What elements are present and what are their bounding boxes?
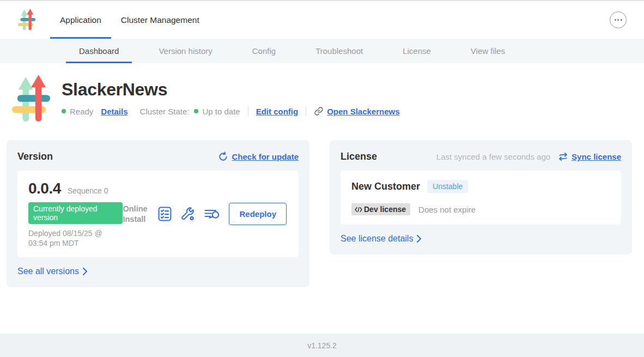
version-sequence: Sequence 0 bbox=[68, 186, 108, 195]
app-status-dot bbox=[62, 109, 66, 113]
divider bbox=[306, 106, 306, 116]
logs-search-icon bbox=[204, 208, 220, 221]
status-details-link[interactable]: Details bbox=[101, 107, 127, 116]
arrows-hash-logo-icon bbox=[11, 75, 51, 124]
channel-badge: Unstable bbox=[427, 180, 468, 193]
app-header: SlackerNews Ready Details Cluster State:… bbox=[0, 63, 644, 124]
wrench-gear-icon bbox=[181, 207, 195, 221]
view-config-button[interactable] bbox=[181, 207, 195, 221]
tab-application[interactable]: Application bbox=[50, 1, 111, 39]
app-status-text: Ready bbox=[70, 107, 93, 116]
sync-license-label: Sync license bbox=[572, 152, 621, 161]
preflight-checks-button[interactable] bbox=[158, 207, 172, 221]
cluster-state-label: Cluster State: bbox=[140, 107, 190, 116]
version-card-title: Version bbox=[17, 151, 53, 162]
license-type-badge: Dev license bbox=[351, 203, 410, 215]
edit-config-link[interactable]: Edit config bbox=[256, 107, 299, 116]
subnav-tab-license[interactable]: License bbox=[390, 39, 444, 63]
see-license-details-label: See license details bbox=[341, 234, 413, 244]
version-card: Version Check for update 0.0.4 Sequence … bbox=[7, 140, 309, 287]
preflight-checklist-icon bbox=[158, 207, 172, 221]
app-status-row: Ready Details Cluster State: Up to date … bbox=[62, 106, 400, 116]
see-all-versions-label: See all versions bbox=[17, 267, 79, 276]
license-last-synced: Last synced a few seconds ago bbox=[436, 152, 550, 161]
subnav-tab-config[interactable]: Config bbox=[239, 39, 289, 63]
chevron-right-icon bbox=[83, 268, 87, 275]
subnav-tab-version-history[interactable]: Version history bbox=[145, 39, 225, 63]
dashboard-main: SlackerNews Ready Details Cluster State:… bbox=[0, 63, 644, 334]
see-all-versions-link[interactable]: See all versions bbox=[17, 267, 87, 276]
console-version: v1.125.2 bbox=[307, 341, 337, 350]
check-for-update-label: Check for update bbox=[232, 152, 299, 161]
chain-link-icon bbox=[314, 106, 324, 116]
open-app-link[interactable]: Open Slackernews bbox=[314, 106, 399, 116]
cluster-state-value: Up to date bbox=[202, 107, 240, 116]
view-files-button[interactable] bbox=[204, 208, 220, 221]
code-icon bbox=[355, 207, 362, 213]
see-license-details-link[interactable]: See license details bbox=[341, 234, 421, 244]
more-menu-button[interactable] bbox=[610, 11, 627, 28]
console-footer: v1.125.2 bbox=[0, 334, 644, 357]
redeploy-button[interactable]: Redeploy bbox=[229, 203, 287, 225]
version-actions: Online Install bbox=[123, 203, 288, 225]
customer-name: New Customer bbox=[351, 181, 420, 192]
sync-license-link[interactable]: Sync license bbox=[558, 152, 621, 161]
refresh-icon bbox=[218, 152, 228, 162]
license-detail-panel: New Customer Unstable Dev license Does n… bbox=[341, 171, 621, 225]
application-subnav: Dashboard Version history Config Trouble… bbox=[0, 39, 644, 63]
license-type-label: Dev license bbox=[364, 205, 406, 214]
subnav-tab-dashboard[interactable]: Dashboard bbox=[66, 39, 132, 63]
topnav-tabs: Application Cluster Management bbox=[50, 1, 209, 39]
tab-cluster-management[interactable]: Cluster Management bbox=[111, 1, 209, 39]
arrows-hash-logo-icon bbox=[17, 9, 36, 31]
open-app-link-label: Open Slackernews bbox=[327, 107, 399, 116]
deployed-timestamp: Deployed 08/15/25 @ 03:54 pm MDT bbox=[28, 228, 123, 248]
subnav-tab-view-files[interactable]: View files bbox=[458, 39, 518, 63]
replicated-logo-icon bbox=[17, 9, 36, 31]
cluster-state-dot bbox=[194, 109, 198, 113]
ellipsis-icon bbox=[615, 19, 616, 21]
install-type-label: Online Install bbox=[123, 204, 149, 225]
slackernews-logo bbox=[11, 75, 51, 124]
divider bbox=[248, 106, 248, 116]
page-title: SlackerNews bbox=[62, 80, 400, 100]
license-expiry: Does not expire bbox=[418, 205, 476, 214]
version-number: 0.0.4 bbox=[28, 180, 61, 197]
license-card: License Last synced a few seconds ago Sy… bbox=[330, 140, 632, 255]
chevron-right-icon bbox=[417, 235, 421, 243]
top-navbar: Application Cluster Management bbox=[0, 0, 644, 39]
deployed-status-badge: Currently deployed version bbox=[28, 202, 123, 224]
license-card-title: License bbox=[341, 151, 377, 162]
check-for-update-link[interactable]: Check for update bbox=[218, 152, 299, 162]
dashboard-cards: Version Check for update 0.0.4 Sequence … bbox=[0, 140, 644, 287]
version-info: 0.0.4 Sequence 0 Currently deployed vers… bbox=[28, 180, 123, 248]
sync-arrows-icon bbox=[558, 152, 568, 161]
subnav-tab-troubleshoot[interactable]: Troubleshoot bbox=[302, 39, 376, 63]
current-version-panel: 0.0.4 Sequence 0 Currently deployed vers… bbox=[17, 171, 299, 257]
